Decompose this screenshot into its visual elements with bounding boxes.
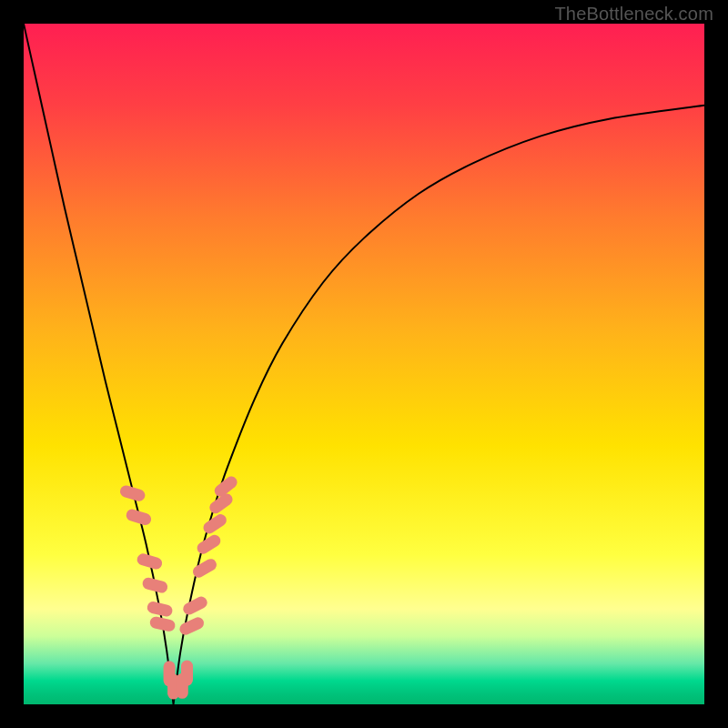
chart-frame: TheBottleneck.com: [0, 0, 728, 728]
marker-dash: [181, 661, 193, 686]
bottleneck-chart: [24, 24, 704, 704]
gradient-background: [24, 24, 704, 704]
plot-area: [24, 24, 704, 704]
watermark-text: TheBottleneck.com: [554, 4, 713, 25]
